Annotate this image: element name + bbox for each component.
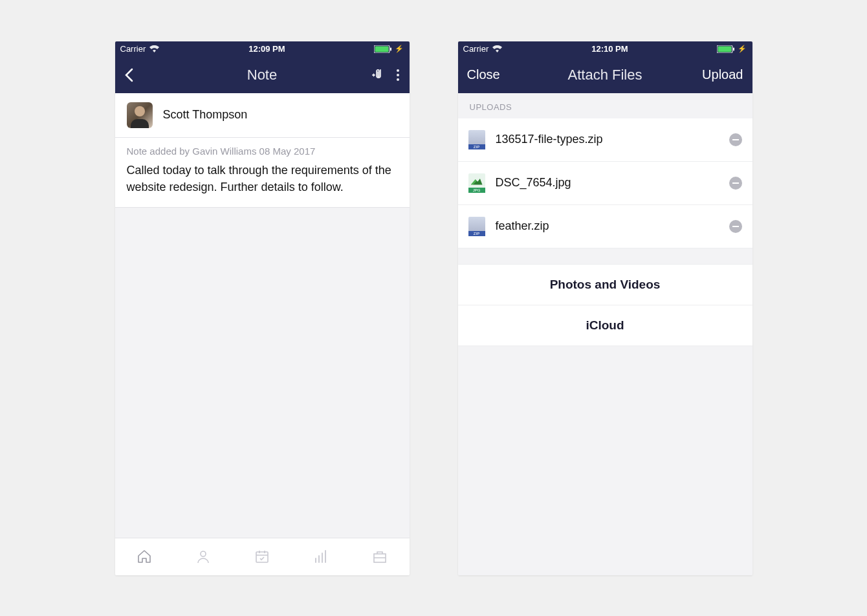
charging-icon: ⚡ (395, 45, 404, 53)
status-bar: Carrier 12:10 PM ⚡ (458, 41, 752, 57)
svg-point-4 (397, 74, 399, 76)
svg-rect-1 (375, 46, 389, 52)
wifi-icon (492, 45, 502, 52)
file-name: DSC_7654.jpg (496, 176, 719, 190)
remove-file-button[interactable] (729, 220, 742, 233)
tab-calendar[interactable] (254, 548, 270, 565)
back-button[interactable] (124, 68, 133, 82)
nav-title: Note (247, 67, 277, 83)
svg-rect-7 (256, 552, 268, 562)
remove-file-button[interactable] (729, 177, 742, 190)
more-button[interactable] (396, 69, 400, 82)
file-row[interactable]: feather.zip (458, 205, 752, 248)
nav-title: Attach Files (568, 67, 642, 83)
status-time: 12:10 PM (591, 44, 628, 54)
tab-briefcase[interactable] (371, 548, 388, 565)
icloud-button[interactable]: iCloud (458, 305, 752, 346)
charging-icon: ⚡ (738, 45, 747, 53)
svg-point-3 (397, 69, 399, 72)
svg-rect-11 (733, 47, 734, 50)
svg-point-5 (397, 78, 399, 81)
battery-icon (374, 45, 392, 53)
file-name: 136517-file-types.zip (496, 133, 719, 146)
attach-files-screen: Carrier 12:10 PM ⚡ Close Attach Files Up… (458, 41, 752, 575)
remove-file-button[interactable] (729, 133, 742, 146)
svg-rect-2 (390, 47, 391, 50)
zip-file-icon (468, 130, 485, 149)
photos-videos-button[interactable]: Photos and Videos (458, 264, 752, 305)
carrier-label: Carrier (120, 44, 146, 54)
upload-button[interactable]: Upload (702, 67, 743, 82)
wifi-icon (149, 45, 159, 52)
attach-button[interactable] (370, 68, 384, 82)
jpg-file-icon (468, 173, 485, 193)
avatar (127, 102, 153, 128)
contact-row[interactable]: Scott Thompson (115, 93, 410, 138)
battery-icon (717, 45, 735, 53)
file-name: feather.zip (496, 219, 719, 233)
note-screen: Carrier 12:09 PM ⚡ Note (115, 41, 410, 575)
svg-point-6 (201, 551, 206, 556)
tab-home[interactable] (136, 548, 153, 565)
tab-bar (115, 538, 410, 575)
svg-rect-10 (718, 46, 732, 52)
tab-contacts[interactable] (195, 548, 212, 565)
contact-name: Scott Thompson (163, 108, 248, 122)
note-body: Called today to talk through the require… (115, 162, 410, 207)
file-row[interactable]: DSC_7654.jpg (458, 162, 752, 205)
carrier-label: Carrier (463, 44, 489, 54)
nav-bar: Note (115, 57, 410, 93)
file-row[interactable]: 136517-file-types.zip (458, 118, 752, 162)
zip-file-icon (468, 217, 485, 236)
nav-bar: Close Attach Files Upload (458, 57, 752, 93)
tab-analytics[interactable] (313, 548, 329, 565)
close-button[interactable]: Close (467, 67, 500, 82)
status-bar: Carrier 12:09 PM ⚡ (115, 41, 410, 57)
uploads-header: UPLOADS (458, 93, 752, 118)
note-meta: Note added by Gavin Williams 08 May 2017 (127, 146, 398, 157)
status-time: 12:09 PM (248, 44, 285, 54)
